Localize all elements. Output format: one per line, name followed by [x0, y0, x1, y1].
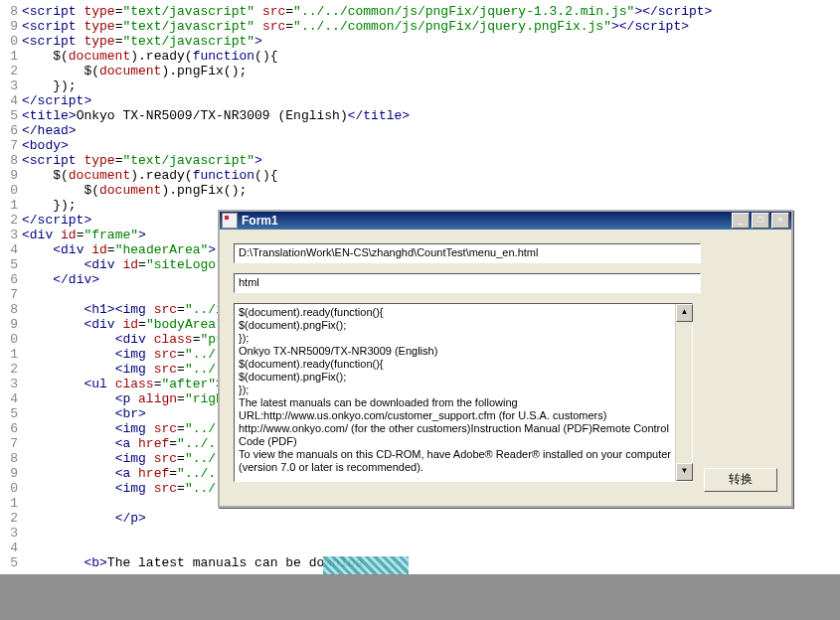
type-input[interactable]: html [234, 273, 701, 293]
footer-band [0, 574, 840, 620]
decorative-pattern [323, 556, 409, 574]
scroll-down-button[interactable]: ▼ [676, 463, 693, 481]
close-button[interactable]: × [771, 213, 789, 229]
form1-dialog: Form1 _ □ × D:\TranslationWork\EN-CS\zha… [218, 210, 793, 508]
window-title: Form1 [242, 214, 732, 228]
titlebar[interactable]: Form1 _ □ × [220, 212, 791, 230]
app-icon [222, 213, 238, 229]
scroll-up-button[interactable]: ▲ [676, 304, 693, 322]
scrollbar[interactable]: ▲ ▼ [675, 304, 692, 481]
convert-button[interactable]: 转换 [704, 468, 777, 492]
path-input[interactable]: D:\TranslationWork\EN-CS\zhanghd\CountTe… [234, 243, 701, 263]
minimize-button[interactable]: _ [732, 213, 750, 229]
maximize-button[interactable]: □ [752, 213, 769, 229]
output-textarea[interactable]: $(document).ready(function(){ $(document… [234, 303, 693, 482]
